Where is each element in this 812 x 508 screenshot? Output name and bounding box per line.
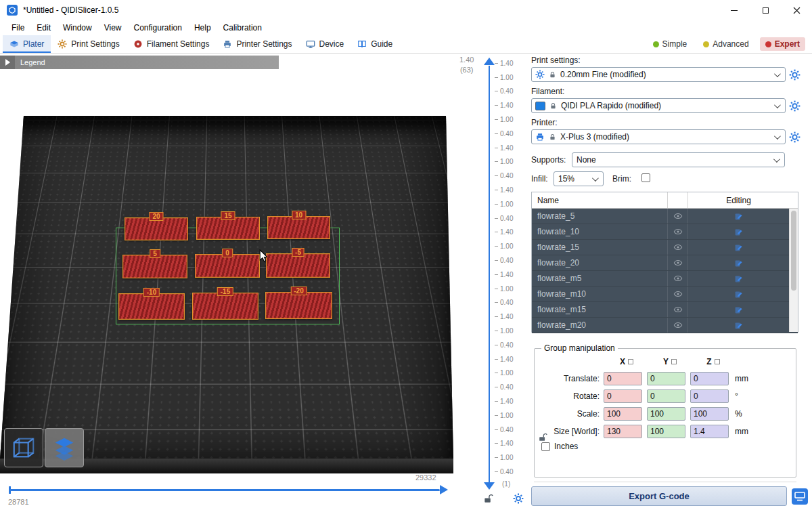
edit-icon[interactable] xyxy=(687,224,789,239)
3d-editor-view-button[interactable] xyxy=(4,428,43,467)
infill-select[interactable]: 15% xyxy=(554,171,604,186)
z-axis-box-icon xyxy=(715,359,720,364)
y-value-input[interactable] xyxy=(647,389,685,403)
menu-item[interactable]: Edit xyxy=(30,20,57,35)
z-value-input[interactable] xyxy=(690,407,729,421)
object-list-row[interactable]: flowrate_m20 xyxy=(532,318,798,333)
print-settings-edit-button[interactable] xyxy=(789,69,800,81)
menu-item[interactable]: File xyxy=(5,20,30,35)
eye-icon[interactable] xyxy=(667,255,687,270)
horizontal-slider-thumb[interactable] xyxy=(440,485,448,494)
x-value-input[interactable] xyxy=(604,389,642,403)
inches-toggle[interactable]: Inches xyxy=(541,442,792,451)
mode-simple[interactable]: Simple xyxy=(648,37,693,51)
calibration-object[interactable]: 10 xyxy=(267,216,330,239)
print-settings-combo[interactable]: 0.20mm Fine (modified) xyxy=(531,67,786,82)
calibration-object[interactable]: -5 xyxy=(266,253,330,278)
tick-mark xyxy=(495,274,498,275)
eye-icon[interactable] xyxy=(667,302,687,317)
filament-combo[interactable]: QIDI PLA Rapido (modified) xyxy=(531,98,786,113)
object-list-row[interactable]: flowrate_m15 xyxy=(532,302,798,318)
object-list-row[interactable]: flowrate_m10 xyxy=(532,287,798,302)
legend-bar[interactable]: Legend xyxy=(0,56,279,69)
calibration-object[interactable]: -10 xyxy=(118,293,185,320)
calibration-object[interactable]: 15 xyxy=(196,217,260,240)
object-name: flowrate_m10 xyxy=(532,289,667,299)
mode-expert[interactable]: Expert xyxy=(760,37,805,51)
menu-item[interactable]: View xyxy=(98,20,128,35)
horizontal-slider[interactable] xyxy=(9,489,440,491)
editing-column-header: Editing xyxy=(687,192,789,208)
tick-mark xyxy=(495,401,498,402)
y-value-input[interactable] xyxy=(647,407,685,421)
y-value-input[interactable] xyxy=(647,372,685,385)
maximize-button[interactable] xyxy=(750,0,781,20)
calibration-object[interactable]: 0 xyxy=(195,254,260,278)
legend-expand-icon[interactable] xyxy=(0,56,15,69)
mode-advanced[interactable]: Advanced xyxy=(698,37,754,51)
calibration-object[interactable]: -20 xyxy=(265,292,332,319)
z-value-input[interactable] xyxy=(690,425,729,438)
tab-plater[interactable]: Plater xyxy=(3,35,51,53)
eye-icon[interactable] xyxy=(667,240,687,255)
uniform-scale-lock-icon[interactable] xyxy=(538,433,547,442)
layer-height-tick: 0.40 xyxy=(495,465,530,479)
tab-device[interactable]: Device xyxy=(299,35,351,53)
filament-edit-button[interactable] xyxy=(789,100,800,112)
object-list-row[interactable]: flowrate_5 xyxy=(532,209,798,224)
tab-print-settings[interactable]: Print Settings xyxy=(51,35,126,53)
y-value-input[interactable] xyxy=(647,425,685,438)
tab-guide[interactable]: Guide xyxy=(351,35,399,53)
object-list-scrollbar[interactable] xyxy=(789,209,798,332)
close-button[interactable] xyxy=(781,0,812,20)
calibration-object[interactable]: 20 xyxy=(125,217,188,240)
export-gcode-button[interactable]: Export G-code xyxy=(531,486,787,506)
eye-icon[interactable] xyxy=(667,271,687,286)
object-list-row[interactable]: flowrate_10 xyxy=(532,224,798,240)
menu-item[interactable]: Window xyxy=(57,20,98,35)
x-value-input[interactable] xyxy=(604,425,642,438)
layer-slider[interactable] xyxy=(489,66,490,483)
object-list-row[interactable]: flowrate_m5 xyxy=(532,271,798,287)
3d-viewport[interactable]: 20 15 10 5 0 -5 -10 xyxy=(0,54,453,508)
z-value-input[interactable] xyxy=(690,389,729,403)
preview-view-button[interactable] xyxy=(45,428,84,467)
manipulation-row-label: Rotate: xyxy=(539,391,600,401)
layer-height-tick: 1.40 xyxy=(495,394,530,408)
layer-slider-lock-icon[interactable] xyxy=(483,494,493,504)
x-value-input[interactable] xyxy=(604,407,642,421)
eye-icon[interactable] xyxy=(667,224,687,239)
edit-icon[interactable] xyxy=(687,302,789,317)
minimize-button[interactable] xyxy=(719,0,750,20)
send-to-printer-icon[interactable] xyxy=(792,488,808,505)
edit-icon[interactable] xyxy=(687,209,789,224)
layer-slider-gear-icon[interactable] xyxy=(513,493,524,504)
object-list-row[interactable]: flowrate_20 xyxy=(532,255,798,271)
scrollbar-thumb[interactable] xyxy=(791,211,796,291)
menu-item[interactable]: Configuration xyxy=(128,20,188,35)
menu-item[interactable]: Help xyxy=(188,20,217,35)
menu-item[interactable]: Calibration xyxy=(217,20,268,35)
calibration-object[interactable]: -15 xyxy=(192,293,258,320)
layer-slider-bottom-thumb[interactable] xyxy=(484,482,495,490)
x-value-input[interactable] xyxy=(604,372,642,385)
edit-icon[interactable] xyxy=(687,318,789,333)
calibration-object[interactable]: 5 xyxy=(122,255,187,278)
eye-icon[interactable] xyxy=(667,209,687,224)
layer-slider-top-thumb[interactable] xyxy=(484,58,495,65)
edit-icon[interactable] xyxy=(687,240,789,255)
edit-icon[interactable] xyxy=(687,271,789,286)
brim-checkbox[interactable] xyxy=(641,173,650,182)
supports-select[interactable]: None xyxy=(572,152,785,167)
tab-printer-settings[interactable]: Printer Settings xyxy=(216,35,298,53)
eye-icon[interactable] xyxy=(667,318,687,333)
edit-icon[interactable] xyxy=(687,255,789,270)
printer-edit-button[interactable] xyxy=(789,131,800,143)
tab-filament-settings[interactable]: Filament Settings xyxy=(127,35,217,53)
edit-icon[interactable] xyxy=(687,287,789,301)
z-value-input[interactable] xyxy=(690,372,729,385)
printer-combo[interactable]: X-Plus 3 (modified) xyxy=(531,129,786,144)
inches-checkbox[interactable] xyxy=(541,442,550,451)
object-list-row[interactable]: flowrate_15 xyxy=(532,240,798,255)
eye-icon[interactable] xyxy=(667,287,687,301)
